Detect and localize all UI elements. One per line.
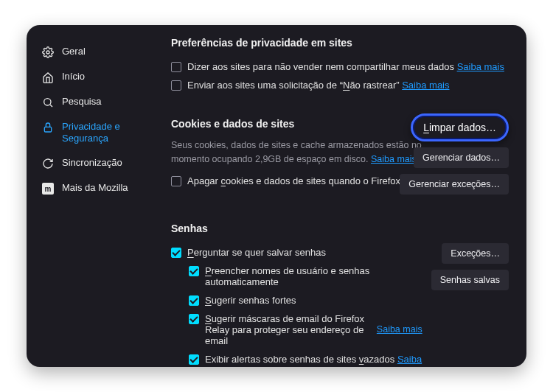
sidebar-item-label: Pesquisa <box>62 96 101 108</box>
checkbox-icon <box>189 295 199 306</box>
checkbox-do-not-sell[interactable]: Dizer aos sites para não vender nem comp… <box>171 57 509 76</box>
section-passwords: Senhas Perguntar se quer salvar senhas P… <box>171 223 509 367</box>
sidebar-item-search[interactable]: Pesquisa <box>37 90 152 115</box>
manage-data-button[interactable]: Gerenciar dados… <box>414 147 509 168</box>
sidebar-item-privacy[interactable]: Privacidade e Segurança <box>37 115 152 151</box>
svg-line-2 <box>50 105 52 107</box>
svg-rect-3 <box>44 127 51 132</box>
section-title: Preferências de privacidade em sites <box>171 37 509 49</box>
sidebar-item-label: Geral <box>62 46 86 57</box>
checkbox-do-not-track[interactable]: Enviar aos sites uma solicitação de “Não… <box>171 76 509 94</box>
sidebar: Geral Início Pesquisa Privacidade e Segu… <box>27 25 159 367</box>
svg-point-0 <box>46 51 49 54</box>
settings-window: Geral Início Pesquisa Privacidade e Segu… <box>27 25 526 367</box>
sidebar-item-more-mozilla[interactable]: m Mais da Mozilla <box>37 176 152 201</box>
content-pane: Preferências de privacidade em sites Diz… <box>159 25 526 367</box>
checkbox-label: Sugerir senhas fortes <box>205 295 296 306</box>
sidebar-item-label: Privacidade e Segurança <box>62 121 147 145</box>
checkbox-icon <box>171 80 181 91</box>
checkbox-ask-save-passwords[interactable]: Perguntar se quer salvar senhas <box>171 243 422 262</box>
svg-point-1 <box>44 99 51 105</box>
passwords-buttons: Exceções… Senhas salvas <box>431 243 509 290</box>
checkbox-label: Preencher nomes de usuário e senhas auto… <box>205 265 422 287</box>
checkbox-leaked-alerts[interactable]: Exibir alertas sobre senhas de sites vaz… <box>189 350 422 367</box>
checkbox-suggest-strong[interactable]: Sugerir senhas fortes <box>189 291 422 309</box>
section-cookies: Cookies e dados de sites Seus cookies, d… <box>171 118 509 190</box>
checkbox-icon <box>171 248 181 258</box>
manage-exceptions-button[interactable]: Gerenciar exceções… <box>400 174 509 195</box>
svg-text:m: m <box>45 185 52 193</box>
sidebar-item-label: Mais da Mozilla <box>62 182 128 194</box>
section-site-privacy: Preferências de privacidade em sites Diz… <box>171 37 509 94</box>
checkbox-icon <box>189 314 199 324</box>
checkbox-label: Exibir alertas sobre senhas de sites vaz… <box>205 354 422 367</box>
sidebar-item-label: Início <box>62 71 85 83</box>
checkbox-icon <box>189 354 199 365</box>
exceptions-button[interactable]: Exceções… <box>442 243 509 264</box>
home-icon <box>41 71 55 84</box>
checkbox-icon <box>189 266 199 276</box>
checkbox-autofill-passwords[interactable]: Preencher nomes de usuário e senhas auto… <box>189 262 422 291</box>
checkbox-relay-masks[interactable]: Sugerir máscaras de email do Firefox Rel… <box>189 309 365 350</box>
cookies-buttons: Limpar dados… Gerenciar dados… Gerenciar… <box>398 113 509 195</box>
sidebar-item-sync[interactable]: Sincronização <box>37 151 152 176</box>
section-title: Senhas <box>171 223 509 234</box>
checkbox-label: Perguntar se quer salvar senhas <box>187 247 326 258</box>
lock-icon <box>41 121 55 134</box>
checkbox-label: Enviar aos sites uma solicitação de “Não… <box>187 80 450 91</box>
sync-icon <box>41 157 55 170</box>
mozilla-icon: m <box>41 182 55 195</box>
gear-icon <box>41 46 55 59</box>
sidebar-item-label: Sincronização <box>62 157 122 169</box>
sidebar-item-home[interactable]: Início <box>37 65 152 90</box>
search-icon <box>41 96 55 109</box>
clear-data-button[interactable]: Limpar dados… <box>411 113 509 141</box>
learn-more-link[interactable]: Saiba mais <box>402 80 449 91</box>
sidebar-item-general[interactable]: Geral <box>37 40 152 65</box>
checkbox-label: Sugerir máscaras de email do Firefox Rel… <box>205 313 365 346</box>
checkbox-label: Dizer aos sites para não vender nem comp… <box>187 61 504 72</box>
cookies-description: Seus cookies, dados de sites e cache arm… <box>171 139 429 167</box>
learn-more-link[interactable]: Saiba mais <box>457 61 504 72</box>
checkbox-icon <box>171 62 181 72</box>
checkbox-icon <box>171 176 181 186</box>
saved-passwords-button[interactable]: Senhas salvas <box>431 270 509 290</box>
learn-more-link[interactable]: Saiba mais <box>377 324 422 335</box>
